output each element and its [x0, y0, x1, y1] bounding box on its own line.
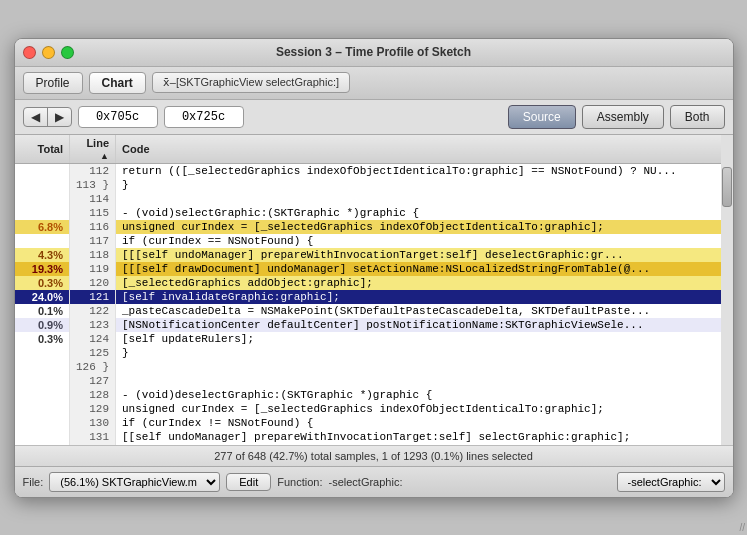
cell-line: 114 — [70, 192, 116, 206]
close-tab[interactable]: x̄–[SKTGraphicView selectGraphic:] — [152, 72, 350, 93]
close-button[interactable] — [23, 46, 36, 59]
scrollbar-track[interactable] — [721, 135, 733, 445]
cell-line: 117 — [70, 234, 116, 248]
cell-code: - (void)selectGraphic:(SKTGraphic *)grap… — [116, 206, 732, 220]
minimize-button[interactable] — [42, 46, 55, 59]
table-row[interactable]: 126 } — [15, 360, 733, 374]
cell-code: if (curIndex == NSNotFound) { — [116, 234, 732, 248]
cell-line: 132 — [70, 444, 116, 445]
address-box-1[interactable]: 0x705c — [78, 106, 158, 128]
nav-bar: ◀ ▶ 0x705c 0x725c Source Assembly Both — [15, 100, 733, 135]
forward-arrow[interactable]: ▶ — [48, 108, 71, 126]
cell-total: 24.0% — [15, 290, 70, 304]
cell-line: 119 — [70, 262, 116, 276]
table-row[interactable]: 132[[[self drawDocument] undoManager] se… — [15, 444, 733, 445]
cell-total — [15, 360, 70, 374]
table-row[interactable]: 129unsigned curIndex = [_selectedGraphic… — [15, 402, 733, 416]
cell-total — [15, 234, 70, 248]
function-value: -selectGraphic: — [329, 476, 403, 488]
cell-code: [[[self drawDocument] undoManager] setAc… — [116, 262, 732, 276]
edit-button[interactable]: Edit — [226, 473, 271, 491]
function-select[interactable]: -selectGraphic: — [617, 472, 725, 492]
cell-code — [116, 360, 732, 374]
table-row[interactable]: 0.9%123[NSNotificationCenter defaultCent… — [15, 318, 733, 332]
profile-tab[interactable]: Profile — [23, 72, 83, 94]
scrollbar-thumb[interactable] — [722, 167, 732, 207]
bottom-bar: File: (56.1%) SKTGraphicView.m Edit Func… — [15, 466, 733, 497]
cell-line: 124 — [70, 332, 116, 346]
cell-code: } — [116, 346, 732, 360]
cell-code: [_selectedGraphics addObject:graphic]; — [116, 276, 732, 290]
table-row[interactable]: 115- (void)selectGraphic:(SKTGraphic *)g… — [15, 206, 733, 220]
cell-total: 0.3% — [15, 332, 70, 346]
table-header-row: Total Line ▲ Code — [15, 135, 733, 164]
table-row[interactable]: 112return (([_selectedGraphics indexOfOb… — [15, 163, 733, 178]
cell-line: 126 } — [70, 360, 116, 374]
assembly-button[interactable]: Assembly — [582, 105, 664, 129]
cell-line: 113 } — [70, 178, 116, 192]
cell-line: 125 — [70, 346, 116, 360]
cell-line: 120 — [70, 276, 116, 290]
cell-code: _pasteCascadeDelta = NSMakePoint(SKTDefa… — [116, 304, 732, 318]
cell-code: } — [116, 178, 732, 192]
table-row[interactable]: 130if (curIndex != NSNotFound) { — [15, 416, 733, 430]
cell-total — [15, 346, 70, 360]
address-box-2[interactable]: 0x725c — [164, 106, 244, 128]
cell-code: [[self undoManager] prepareWithInvocatio… — [116, 430, 732, 444]
cell-line: 123 — [70, 318, 116, 332]
cell-total: 0.9% — [15, 318, 70, 332]
cell-total: 0.3% — [15, 276, 70, 290]
table-row[interactable]: 6.8%116unsigned curIndex = [_selectedGra… — [15, 220, 733, 234]
table-row[interactable]: 0.3%120[_selectedGraphics addObject:grap… — [15, 276, 733, 290]
cell-total: 4.3% — [15, 248, 70, 262]
cell-total — [15, 430, 70, 444]
cell-line: 128 — [70, 388, 116, 402]
cell-total — [15, 178, 70, 192]
table-row[interactable]: 127 — [15, 374, 733, 388]
cell-total — [15, 416, 70, 430]
maximize-button[interactable] — [61, 46, 74, 59]
table-row[interactable]: 131[[self undoManager] prepareWithInvoca… — [15, 430, 733, 444]
table-row[interactable]: 4.3%118[[[self undoManager] prepareWithI… — [15, 248, 733, 262]
header-total[interactable]: Total — [15, 135, 70, 164]
back-arrow[interactable]: ◀ — [24, 108, 48, 126]
main-window: Session 3 – Time Profile of Sketch Profi… — [14, 38, 734, 498]
cell-code: [[[self drawDocument] undoManager] setAc… — [116, 444, 732, 445]
source-button[interactable]: Source — [508, 105, 576, 129]
table-row[interactable]: 0.3%124[self updateRulers]; — [15, 332, 733, 346]
cell-code: [NSNotificationCenter defaultCenter] pos… — [116, 318, 732, 332]
table-row[interactable]: 113 }} — [15, 178, 733, 192]
cell-line: 118 — [70, 248, 116, 262]
table-row[interactable]: 128- (void)deselectGraphic:(SKTGraphic *… — [15, 388, 733, 402]
cell-line: 122 — [70, 304, 116, 318]
cell-code — [116, 192, 732, 206]
table-row[interactable]: 19.3%119[[[self drawDocument] undoManage… — [15, 262, 733, 276]
cell-code — [116, 374, 732, 388]
table-row[interactable]: 117if (curIndex == NSNotFound) { — [15, 234, 733, 248]
cell-total: 19.3% — [15, 262, 70, 276]
table-row[interactable]: 0.1%122_pasteCascadeDelta = NSMakePoint(… — [15, 304, 733, 318]
file-label: File: — [23, 476, 44, 488]
cell-code: return (([_selectedGraphics indexOfObjec… — [116, 163, 732, 178]
cell-code: if (curIndex != NSNotFound) { — [116, 416, 732, 430]
cell-line: 127 — [70, 374, 116, 388]
cell-code: [self updateRulers]; — [116, 332, 732, 346]
both-button[interactable]: Both — [670, 105, 725, 129]
cell-code: - (void)deselectGraphic:(SKTGraphic *)gr… — [116, 388, 732, 402]
cell-total — [15, 374, 70, 388]
file-select[interactable]: (56.1%) SKTGraphicView.m — [49, 472, 220, 492]
cell-code: unsigned curIndex = [_selectedGraphics i… — [116, 402, 732, 416]
header-code: Code — [116, 135, 732, 164]
code-table: Total Line ▲ Code 112return (([_selected… — [15, 135, 733, 445]
table-row[interactable]: 114 — [15, 192, 733, 206]
status-text: 277 of 648 (42.7%) total samples, 1 of 1… — [214, 450, 533, 462]
chart-tab[interactable]: Chart — [89, 72, 146, 94]
cell-line: 131 — [70, 430, 116, 444]
sort-arrow: ▲ — [100, 151, 109, 161]
nav-arrows: ◀ ▶ — [23, 107, 72, 127]
header-line[interactable]: Line ▲ — [70, 135, 116, 164]
table-row[interactable]: 24.0%121[self invalidateGraphic:graphic]… — [15, 290, 733, 304]
cell-code: [[[self undoManager] prepareWithInvocati… — [116, 248, 732, 262]
cell-line: 121 — [70, 290, 116, 304]
table-row[interactable]: 125 } — [15, 346, 733, 360]
